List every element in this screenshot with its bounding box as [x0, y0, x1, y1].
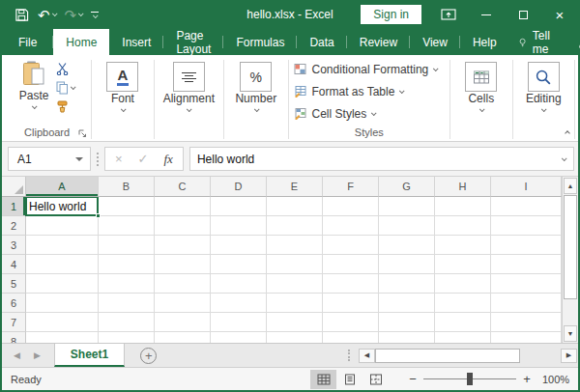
- cell-e7[interactable]: [267, 313, 323, 332]
- column-header-c[interactable]: C: [155, 177, 211, 197]
- cell-i8[interactable]: [491, 332, 562, 343]
- name-box-dropdown-icon[interactable]: [75, 157, 83, 161]
- row-header-2[interactable]: 2: [2, 216, 26, 236]
- cell-e6[interactable]: [267, 294, 323, 313]
- column-header-d[interactable]: D: [211, 177, 267, 197]
- font-group[interactable]: A Font: [95, 58, 150, 141]
- save-button[interactable]: [14, 8, 29, 22]
- cell-d6[interactable]: [211, 294, 267, 313]
- cell-e5[interactable]: [267, 274, 323, 294]
- scroll-left-button[interactable]: ◀: [359, 349, 375, 363]
- cell-a7[interactable]: [26, 313, 99, 332]
- scroll-down-button[interactable]: ▼: [564, 325, 577, 342]
- active-cell-a1[interactable]: Hello world: [26, 197, 99, 216]
- tab-bar-grip[interactable]: [348, 350, 350, 361]
- row-header-8[interactable]: 8: [2, 332, 26, 343]
- clipboard-dialog-launcher[interactable]: [78, 129, 87, 138]
- cell-b1[interactable]: [99, 197, 155, 216]
- row-header-6[interactable]: 6: [2, 294, 26, 313]
- customize-qat-button[interactable]: [91, 12, 99, 18]
- formula-input[interactable]: Hello world: [189, 147, 574, 171]
- row-header-4[interactable]: 4: [2, 255, 26, 274]
- insert-function-button[interactable]: fx: [164, 152, 173, 167]
- cell-i5[interactable]: [491, 274, 562, 294]
- cell-g4[interactable]: [379, 255, 435, 274]
- cell-d7[interactable]: [211, 313, 267, 332]
- alignment-dropdown-icon[interactable]: [187, 106, 192, 112]
- editing-dropdown-icon[interactable]: [541, 106, 547, 112]
- cells-group[interactable]: Cells: [453, 58, 508, 141]
- number-group[interactable]: % Number: [227, 58, 284, 141]
- cell-h6[interactable]: [435, 294, 491, 313]
- zoom-slider-thumb[interactable]: [467, 373, 473, 385]
- cell-f1[interactable]: [323, 197, 379, 216]
- cell-c3[interactable]: [155, 236, 211, 255]
- name-box[interactable]: A1: [8, 147, 91, 171]
- ribbon-display-options-button[interactable]: [441, 8, 456, 21]
- scroll-up-button[interactable]: ▲: [564, 178, 577, 194]
- cell-styles-button[interactable]: Cell Styles: [294, 102, 376, 125]
- maximize-button[interactable]: [505, 0, 541, 29]
- cell-i2[interactable]: [491, 216, 562, 236]
- cell-e4[interactable]: [267, 255, 323, 274]
- cell-f8[interactable]: [323, 332, 379, 343]
- column-header-a[interactable]: A: [26, 177, 99, 197]
- close-button[interactable]: ×: [541, 0, 578, 29]
- cell-h7[interactable]: [435, 313, 491, 332]
- cell-f3[interactable]: [323, 236, 379, 255]
- cell-d5[interactable]: [211, 274, 267, 294]
- formula-bar-grip[interactable]: [97, 153, 99, 166]
- row-header-1[interactable]: 1: [2, 197, 26, 216]
- cell-styles-dropdown-icon[interactable]: [371, 110, 377, 116]
- tell-me-button[interactable]: Tell me: [509, 29, 565, 56]
- enter-icon[interactable]: ✓: [138, 152, 149, 166]
- cell-c4[interactable]: [155, 255, 211, 274]
- column-header-g[interactable]: G: [379, 177, 435, 197]
- column-header-h[interactable]: H: [435, 177, 491, 197]
- vertical-scrollbar-thumb[interactable]: [564, 195, 577, 299]
- expand-formula-bar-icon[interactable]: [562, 155, 567, 161]
- zoom-in-button[interactable]: +: [516, 372, 537, 386]
- font-dropdown-icon[interactable]: [121, 106, 127, 112]
- cell-h4[interactable]: [435, 255, 491, 274]
- number-group-button[interactable]: %: [240, 62, 272, 92]
- tab-view[interactable]: View: [410, 29, 460, 55]
- copy-dropdown-icon[interactable]: [71, 84, 76, 90]
- select-all-corner[interactable]: [2, 177, 26, 197]
- cell-a2[interactable]: [26, 216, 99, 236]
- view-normal-button[interactable]: [310, 370, 336, 389]
- cell-b5[interactable]: [99, 274, 155, 294]
- cell-i4[interactable]: [491, 255, 562, 274]
- cell-e8[interactable]: [267, 332, 323, 343]
- redo-button[interactable]: ↷: [65, 8, 83, 22]
- editing-group-button[interactable]: [528, 62, 560, 92]
- minimize-button[interactable]: [468, 0, 505, 29]
- cell-i3[interactable]: [491, 236, 562, 255]
- zoom-slider[interactable]: [423, 378, 516, 379]
- zoom-out-button[interactable]: −: [402, 372, 423, 386]
- sheet-nav-left-icon[interactable]: ◀: [14, 350, 20, 360]
- cell-i7[interactable]: [491, 313, 562, 332]
- sheet-tab-sheet1[interactable]: Sheet1: [54, 344, 125, 367]
- cell-g5[interactable]: [379, 274, 435, 294]
- cell-c8[interactable]: [155, 332, 211, 343]
- cell-c1[interactable]: [155, 197, 211, 216]
- horizontal-scrollbar[interactable]: ◀ ▶: [358, 344, 578, 367]
- format-as-table-button[interactable]: Format as Table: [294, 80, 404, 102]
- cell-c5[interactable]: [155, 274, 211, 294]
- cell-g6[interactable]: [379, 294, 435, 313]
- alignment-group[interactable]: Alignment: [158, 58, 220, 141]
- tab-insert[interactable]: Insert: [109, 29, 163, 55]
- tab-file[interactable]: File: [2, 29, 53, 55]
- cell-c7[interactable]: [155, 313, 211, 332]
- paste-dropdown-icon[interactable]: [32, 103, 38, 109]
- cell-a4[interactable]: [26, 255, 99, 274]
- tab-home[interactable]: Home: [53, 29, 109, 55]
- column-header-b[interactable]: B: [99, 177, 155, 197]
- cells-dropdown-icon[interactable]: [479, 106, 485, 112]
- cell-g3[interactable]: [379, 236, 435, 255]
- copy-button[interactable]: [56, 81, 74, 95]
- cell-h5[interactable]: [435, 274, 491, 294]
- cell-i6[interactable]: [491, 294, 562, 313]
- cell-h8[interactable]: [435, 332, 491, 343]
